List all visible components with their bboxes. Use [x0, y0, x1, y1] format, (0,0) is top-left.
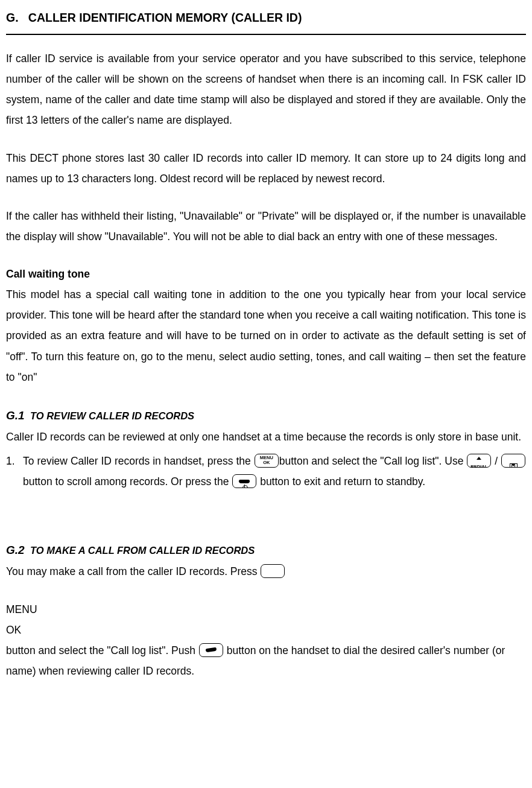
- menu-ok-button-icon: MENUOK: [255, 454, 279, 468]
- talk-speaker-button-icon: [199, 643, 223, 657]
- call-waiting-heading: Call waiting tone: [6, 268, 90, 280]
- g1-steps: 1. To review Caller ID records in handse…: [6, 451, 526, 492]
- paragraph-intro-1: If caller ID service is available from y…: [6, 48, 526, 131]
- redial-up-button-icon: REDIAL: [467, 454, 491, 468]
- paragraph-intro-2: This DECT phone stores last 30 caller ID…: [6, 148, 526, 189]
- menu-ok-button-icon: [261, 564, 285, 578]
- end-call-power-button-icon: [232, 474, 256, 488]
- paragraph-intro-3: If the caller has withheld their listing…: [6, 206, 526, 247]
- paragraph-call-waiting: This model has a special call waiting to…: [6, 284, 526, 387]
- subsection-g1-title: TO REVIEW CALLER ID RECORDS: [28, 410, 195, 421]
- subsection-g2-title: TO MAKE A CALL FROM CALLER ID RECORDS: [28, 545, 255, 556]
- subsection-g1-num: G.1: [6, 409, 25, 422]
- section-divider: [6, 34, 526, 35]
- section-heading: G. CALLER IDENTIFICATION MEMORY (CALLER …: [6, 6, 526, 29]
- down-phonebook-button-icon: [501, 454, 525, 468]
- g2-body: You may make a call from the caller ID r…: [6, 561, 526, 582]
- subsection-g2-num: G.2: [6, 544, 25, 556]
- step-number: 1.: [6, 451, 23, 492]
- section-letter: G.: [6, 11, 19, 24]
- section-title-text: CALLER IDENTIFICATION MEMORY (CALLER ID): [28, 11, 302, 24]
- g1-intro: Caller ID records can be reviewed at onl…: [6, 427, 526, 447]
- list-item: 1. To review Caller ID records in handse…: [6, 451, 526, 492]
- step-text: To review Caller ID records in handset, …: [23, 451, 526, 492]
